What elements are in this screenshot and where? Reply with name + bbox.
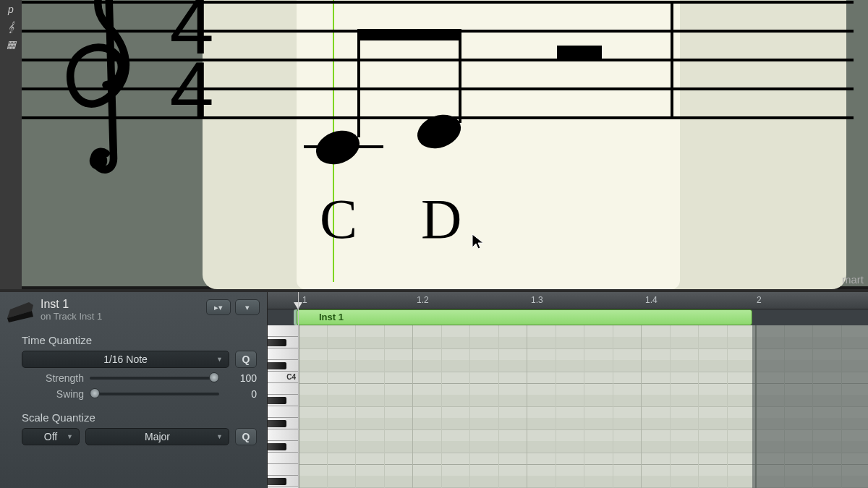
grid-line [641, 325, 642, 488]
grid-outside-region [752, 325, 868, 488]
grid-line [498, 325, 499, 488]
track-header: Inst 1 on Track Inst 1 ▸▾ ▾ [0, 292, 267, 330]
section-title: Scale Quantize [22, 411, 257, 424]
time-signature[interactable]: 4 4 [166, 0, 217, 121]
white-key[interactable] [268, 464, 298, 476]
scale-enable-dropdown[interactable]: Off ▼ [22, 428, 80, 445]
swing-value: 0 [225, 388, 257, 400]
grid-line [527, 325, 527, 488]
swing-slider[interactable] [90, 393, 219, 395]
note-stem [357, 29, 360, 137]
inspector-panel: Inst 1 on Track Inst 1 ▸▾ ▾ Time Quantiz… [0, 292, 268, 488]
white-key[interactable] [268, 453, 298, 464]
black-key[interactable] [268, 362, 286, 369]
score-tool-sidebar: p 𝄞 ▦ [0, 0, 22, 289]
slider-knob[interactable] [209, 372, 219, 382]
grid-line [670, 325, 671, 488]
black-key[interactable] [268, 443, 286, 450]
strength-slider[interactable] [90, 377, 219, 380]
white-key[interactable] [268, 429, 298, 441]
white-key[interactable] [268, 348, 298, 360]
scale-quantize-button[interactable]: Q [235, 428, 257, 445]
ruler-tick: 2 [757, 295, 762, 305]
note-name-label: C [320, 187, 357, 252]
note-stem [459, 29, 461, 123]
quantize-button[interactable]: Q [235, 351, 257, 368]
truncated-label: mart [842, 273, 864, 286]
clef-tool-icon[interactable]: 𝄞 [2, 19, 20, 35]
ruler-tick: 1.3 [531, 295, 543, 305]
grid-line [556, 325, 556, 488]
grid-line [727, 325, 728, 488]
swing-label: Swing [22, 388, 84, 400]
key-label-c4: C4 [286, 373, 296, 381]
white-key[interactable] [268, 383, 298, 395]
piano-keyboard[interactable]: C4 [268, 325, 298, 488]
scale-type-dropdown[interactable]: Major ▼ [85, 428, 229, 445]
chevron-down-icon: ▼ [216, 433, 223, 440]
timeline-ruler[interactable]: 1 1.2 1.3 1.4 2 [268, 292, 868, 309]
note-beam [357, 29, 461, 40]
white-key[interactable] [268, 406, 298, 418]
midi-region[interactable]: Inst 1 [297, 309, 752, 325]
ruler-tick: 1.2 [417, 295, 429, 305]
time-sig-denominator: 4 [166, 58, 217, 121]
view-menu-button[interactable]: ▸▾ [206, 299, 231, 315]
score-editor[interactable]: p 𝄞 ▦ 4 4 C D mart [0, 0, 868, 289]
grid-line [384, 325, 385, 488]
time-quantize-section: Time Quantize 1/16 Note ▼ Q Strength 100… [0, 330, 267, 407]
scale-quantize-section: Scale Quantize Off ▼ Major ▼ Q [0, 407, 267, 453]
grid-line [412, 325, 413, 488]
dropdown-value: Major [145, 431, 170, 442]
grid-line [613, 325, 613, 488]
slider-knob[interactable] [90, 388, 100, 398]
black-key[interactable] [268, 420, 286, 427]
half-rest[interactable] [557, 46, 602, 59]
settings-menu-button[interactable]: ▾ [235, 299, 260, 315]
black-key[interactable] [268, 339, 286, 346]
black-key[interactable] [268, 478, 286, 485]
dropdown-value: 1/16 Note [103, 354, 148, 365]
grid-line [441, 325, 442, 488]
black-key[interactable] [268, 397, 286, 404]
dropdown-value: Off [44, 431, 57, 442]
strength-label: Strength [22, 372, 84, 384]
grid-line [584, 325, 584, 488]
chevron-down-icon: ▼ [216, 356, 223, 363]
section-title: Time Quantize [22, 334, 257, 346]
note-name-label: D [421, 187, 461, 252]
strength-value: 100 [225, 372, 257, 384]
ruler-tick: 1.4 [645, 295, 658, 305]
ruler-tick: 1 [302, 295, 307, 305]
white-key[interactable] [268, 325, 298, 337]
chevron-down-icon: ▼ [67, 433, 73, 440]
grid-playhead[interactable] [298, 292, 299, 488]
grid-line [469, 325, 470, 488]
treble-clef-icon [40, 0, 177, 174]
piano-roll-editor: Inst 1 on Track Inst 1 ▸▾ ▾ Time Quantiz… [0, 292, 868, 488]
grid-tool-icon[interactable]: ▦ [2, 36, 20, 52]
grid-line [355, 325, 356, 488]
bar-line [671, 1, 673, 116]
svg-point-0 [90, 152, 108, 170]
quantize-value-dropdown[interactable]: 1/16 Note ▼ [22, 351, 229, 368]
grid-line [327, 325, 328, 488]
mouse-cursor-icon [471, 233, 485, 250]
region-name: Inst 1 [319, 312, 344, 322]
piano-track-icon [4, 296, 36, 325]
grid-line [698, 325, 699, 488]
dynamics-tool-icon[interactable]: p [2, 1, 20, 17]
